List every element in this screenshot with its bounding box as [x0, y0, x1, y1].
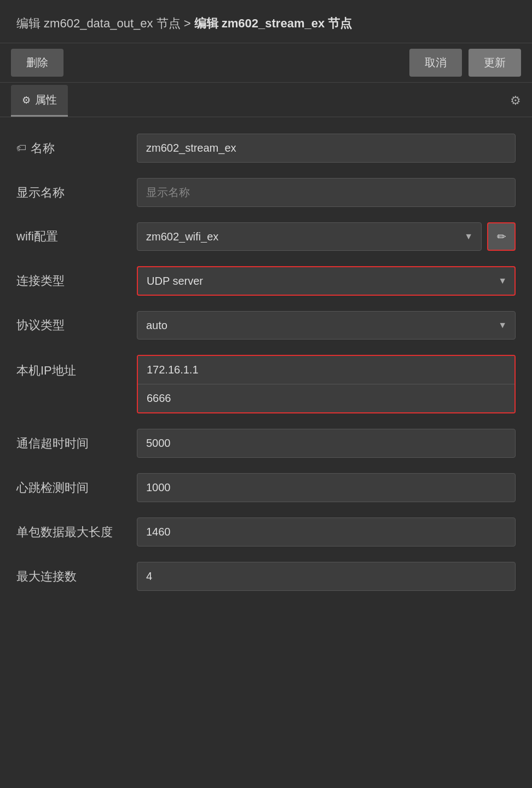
breadcrumb-current: 编辑 zm602_stream_ex 节点	[194, 16, 352, 30]
form-row-name: 🏷 名称	[16, 134, 516, 163]
form-row-heartbeat: 心跳检测时间	[16, 473, 516, 502]
connection-type-select[interactable]: UDP server TCP client TCP server	[137, 266, 516, 296]
max-packet-input[interactable]	[137, 517, 516, 547]
max-connections-label: 最大连接数	[16, 568, 137, 585]
toolbar: 删除 取消 更新	[0, 43, 532, 83]
form-row-display-name: 显示名称	[16, 178, 516, 207]
breadcrumb-prefix: 编辑 zm602_data_out_ex 节点 >	[16, 16, 194, 30]
pencil-icon: ✏	[497, 230, 506, 243]
form-area: 🏷 名称 显示名称 wifi配置 zm602_wifi_ex ▼	[0, 117, 532, 623]
ip-port-group	[137, 355, 516, 413]
wifi-label: wifi配置	[16, 228, 137, 245]
wifi-edit-button[interactable]: ✏	[487, 222, 516, 251]
connection-type-select-wrapper: UDP server TCP client TCP server ▼	[137, 266, 516, 296]
protocol-select[interactable]: auto manual	[137, 311, 516, 340]
form-row-protocol: 协议类型 auto manual ▼	[16, 311, 516, 340]
display-name-label: 显示名称	[16, 185, 137, 201]
wifi-select[interactable]: zm602_wifi_ex	[137, 222, 482, 251]
name-label: 🏷 名称	[16, 140, 137, 157]
timeout-label: 通信超时时间	[16, 435, 137, 452]
form-row-wifi: wifi配置 zm602_wifi_ex ▼ ✏	[16, 222, 516, 251]
breadcrumb: 编辑 zm602_data_out_ex 节点 > 编辑 zm602_strea…	[0, 0, 532, 43]
tabs-bar: ⚙ 属性 ⚙	[0, 85, 532, 117]
connection-type-label: 连接类型	[16, 273, 137, 289]
timeout-input[interactable]	[137, 429, 516, 458]
form-row-connection-type: 连接类型 UDP server TCP client TCP server ▼	[16, 266, 516, 296]
ip-port-label: 本机IP地址	[16, 355, 137, 379]
form-row-max-connections: 最大连接数	[16, 562, 516, 591]
delete-button[interactable]: 删除	[11, 49, 63, 77]
heartbeat-label: 心跳检测时间	[16, 480, 137, 496]
local-ip-input[interactable]	[138, 356, 514, 384]
settings-icon[interactable]: ⚙	[510, 94, 521, 108]
protocol-select-wrapper: auto manual ▼	[137, 311, 516, 340]
wifi-select-wrapper: zm602_wifi_ex ▼	[137, 222, 482, 251]
heartbeat-input[interactable]	[137, 473, 516, 502]
protocol-label: 协议类型	[16, 317, 137, 333]
form-row-ip-port: 本机IP地址	[16, 355, 516, 413]
properties-gear-icon: ⚙	[22, 94, 31, 106]
max-connections-input[interactable]	[137, 562, 516, 591]
tab-properties-label: 属性	[35, 93, 57, 107]
tab-properties[interactable]: ⚙ 属性	[11, 85, 68, 117]
wifi-control-wrapper: zm602_wifi_ex ▼ ✏	[137, 222, 516, 251]
max-packet-label: 单包数据最大长度	[16, 524, 137, 540]
form-row-timeout: 通信超时时间	[16, 429, 516, 458]
display-name-input[interactable]	[137, 178, 516, 207]
form-row-max-packet: 单包数据最大长度	[16, 517, 516, 547]
tag-icon: 🏷	[16, 142, 26, 154]
local-port-input[interactable]	[138, 384, 514, 412]
update-button[interactable]: 更新	[469, 49, 521, 77]
name-input[interactable]	[137, 134, 516, 163]
cancel-button[interactable]: 取消	[409, 49, 462, 77]
